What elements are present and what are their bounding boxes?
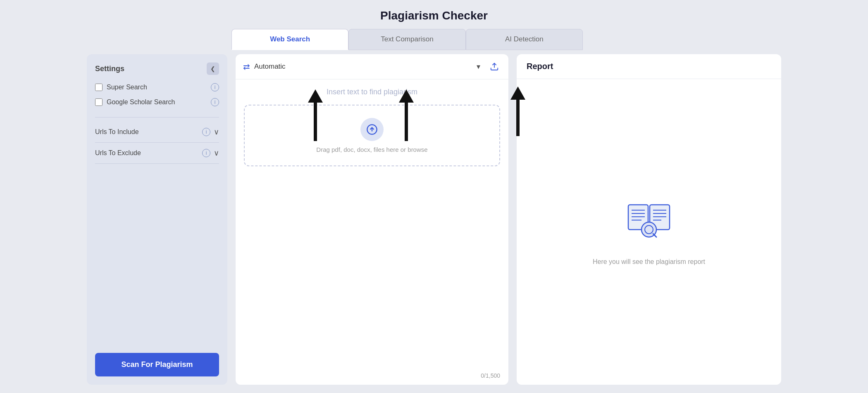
upload-icon bbox=[360, 118, 384, 141]
report-title: Report bbox=[517, 54, 781, 79]
urls-include-row[interactable]: Urls To Include i ∨ bbox=[95, 122, 219, 143]
scan-button[interactable]: Scan For Plagiarism bbox=[95, 353, 219, 376]
page-title: Plagiarism Checker bbox=[380, 0, 488, 29]
urls-exclude-info-icon[interactable]: i bbox=[202, 149, 210, 157]
urls-exclude-row[interactable]: Urls To Exclude i ∨ bbox=[95, 143, 219, 164]
urls-include-info-icon[interactable]: i bbox=[202, 128, 210, 136]
language-selector[interactable]: ⇄ Automatic ▾ bbox=[236, 54, 508, 79]
collapse-button[interactable]: ❮ bbox=[207, 62, 219, 75]
super-search-label: Super Search bbox=[107, 84, 207, 91]
urls-exclude-chevron: ∨ bbox=[214, 149, 219, 158]
tab-ai-detection[interactable]: AI Detection bbox=[466, 29, 583, 50]
google-scholar-row: Google Scholar Search i bbox=[95, 98, 219, 106]
drop-text: Drag pdf, doc, docx, files here or brows… bbox=[316, 146, 427, 153]
report-empty-text: Here you will see the plagiarism report bbox=[593, 258, 705, 266]
report-illustration bbox=[624, 199, 674, 248]
text-placeholder: Insert text to find plagiarism bbox=[244, 88, 500, 96]
urls-exclude-label: Urls To Exclude bbox=[95, 149, 141, 157]
tab-web-search[interactable]: Web Search bbox=[231, 29, 348, 50]
upload-file-button[interactable] bbox=[488, 60, 501, 73]
google-scholar-checkbox[interactable] bbox=[95, 98, 103, 106]
center-panel: ⇄ Automatic ▾ Insert text to find plagia… bbox=[236, 54, 508, 385]
report-empty-area: Here you will see the plagiarism report bbox=[517, 79, 781, 385]
language-dropdown-button[interactable]: ▾ bbox=[473, 60, 484, 73]
tab-text-comparison[interactable]: Text Comparison bbox=[348, 29, 465, 50]
word-count: 0/1,500 bbox=[481, 372, 500, 379]
language-text: Automatic bbox=[254, 62, 469, 71]
google-scholar-info-icon[interactable]: i bbox=[211, 98, 219, 106]
super-search-info-icon[interactable]: i bbox=[211, 83, 219, 91]
super-search-checkbox[interactable] bbox=[95, 84, 103, 91]
sidebar: Settings ❮ Super Search i Google Scholar… bbox=[87, 54, 227, 385]
super-search-row: Super Search i bbox=[95, 83, 219, 91]
text-input-area[interactable]: Insert text to find plagiarism Drag pdf,… bbox=[236, 79, 508, 385]
google-scholar-label: Google Scholar Search bbox=[107, 98, 207, 106]
sidebar-title: Settings bbox=[95, 65, 124, 73]
translate-icon: ⇄ bbox=[243, 62, 250, 72]
report-panel: Report bbox=[517, 54, 781, 385]
drop-zone[interactable]: Drag pdf, doc, docx, files here or brows… bbox=[244, 105, 500, 166]
urls-include-chevron: ∨ bbox=[214, 127, 219, 137]
urls-include-label: Urls To Include bbox=[95, 128, 139, 136]
